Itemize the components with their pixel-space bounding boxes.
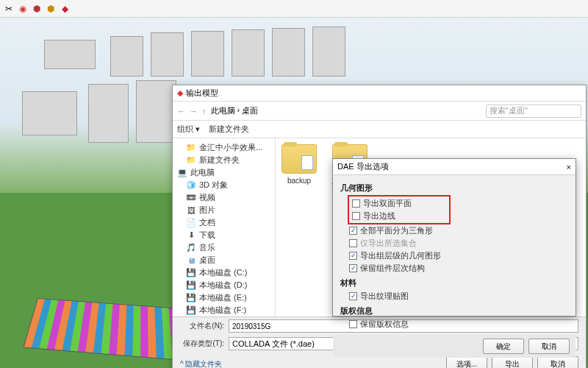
tree-item[interactable]: 🖥桌面: [173, 254, 275, 266]
checkbox-credit[interactable]: [349, 320, 357, 328]
cube-tex-icon[interactable]: ⬢: [45, 3, 57, 15]
tree-item[interactable]: 📁新建文件夹: [173, 154, 275, 166]
dialog-title-bar[interactable]: ◆ 输出模型: [173, 85, 586, 102]
highlighted-options: 导出双面平面 导出边线: [348, 195, 451, 224]
address-bar: ← → ↑ 此电脑› 桌面 搜索"桌面": [173, 102, 586, 121]
tree-item[interactable]: ⬇下载: [173, 229, 275, 241]
new-folder-button[interactable]: 新建文件夹: [209, 124, 249, 135]
search-input[interactable]: 搜索"桌面": [486, 105, 581, 118]
filename-label: 文件名(N):: [180, 321, 224, 331]
dialog-title: 输出模型: [186, 88, 218, 99]
tree-item[interactable]: 📼视频: [173, 191, 275, 204]
checkbox-preserve[interactable]: [349, 264, 357, 272]
tree-item[interactable]: 🖼图片: [173, 204, 275, 216]
close-icon[interactable]: ×: [567, 163, 571, 171]
main-toolbar: ✂ ◉ ⬢ ⬢ ◆: [0, 0, 588, 18]
command-bar: 组织 ▾ 新建文件夹: [173, 121, 586, 138]
folder-item[interactable]: backup: [282, 144, 317, 185]
options-title-bar[interactable]: DAE 导出选项 ×: [333, 159, 576, 175]
hide-folders-toggle[interactable]: ^ 隐藏文件夹: [173, 357, 229, 369]
tree-item[interactable]: 💻此电脑: [173, 166, 275, 179]
checkbox-hidden: [349, 239, 357, 247]
options-button[interactable]: 选项...: [446, 356, 487, 368]
cancel-button[interactable]: 取消: [537, 356, 578, 368]
folder-tree[interactable]: 📁金汇中小学效果...📁新建文件夹💻此电脑🧊3D 对象📼视频🖼图片📄文档⬇下载🎵…: [173, 138, 276, 316]
checkbox-edges[interactable]: [352, 212, 360, 220]
dae-options-dialog: DAE 导出选项 × 几何图形 导出双面平面 导出边线 全部平面分为三角形 仅导…: [332, 158, 576, 316]
scissors-icon[interactable]: ✂: [3, 3, 15, 15]
ok-button[interactable]: 确定: [483, 339, 524, 354]
color-wheel-icon[interactable]: ◉: [17, 3, 29, 15]
checkbox-triangulate[interactable]: [349, 227, 357, 235]
app-icon: ◆: [177, 88, 183, 98]
tree-item[interactable]: 💾本地磁盘 (F:): [173, 304, 275, 316]
gem-icon[interactable]: ◆: [59, 3, 71, 15]
checkbox-faces[interactable]: [352, 199, 360, 208]
checkbox-texture[interactable]: [349, 292, 357, 300]
organize-menu[interactable]: 组织 ▾: [177, 124, 200, 135]
nav-fwd-icon[interactable]: →: [190, 107, 198, 116]
filetype-label: 保存类型(T):: [180, 339, 224, 349]
tree-item[interactable]: 🧊3D 对象: [173, 179, 275, 191]
nav-up-icon[interactable]: ↑: [202, 107, 207, 116]
section-material: 材料: [340, 277, 568, 289]
nav-back-icon[interactable]: ←: [177, 107, 185, 116]
export-button[interactable]: 导出: [492, 356, 533, 368]
breadcrumb[interactable]: 此电脑› 桌面: [211, 105, 482, 116]
tree-item[interactable]: 💾本地磁盘 (D:): [173, 279, 275, 291]
tree-item[interactable]: 📁金汇中小学效果...: [173, 141, 275, 154]
options-cancel-button[interactable]: 取消: [528, 339, 570, 354]
tree-item[interactable]: 💾本地磁盘 (C:): [173, 266, 275, 279]
cube-red-icon[interactable]: ⬢: [31, 3, 43, 15]
tree-item[interactable]: 💾本地磁盘 (E:): [173, 291, 275, 304]
section-credit: 版权信息: [340, 305, 568, 316]
checkbox-hierarchy[interactable]: [349, 252, 357, 260]
tree-item[interactable]: 📄文档: [173, 216, 275, 229]
section-geometry: 几何图形: [340, 183, 568, 194]
tree-item[interactable]: 🎵音乐: [173, 241, 275, 254]
options-title: DAE 导出选项: [337, 161, 389, 172]
